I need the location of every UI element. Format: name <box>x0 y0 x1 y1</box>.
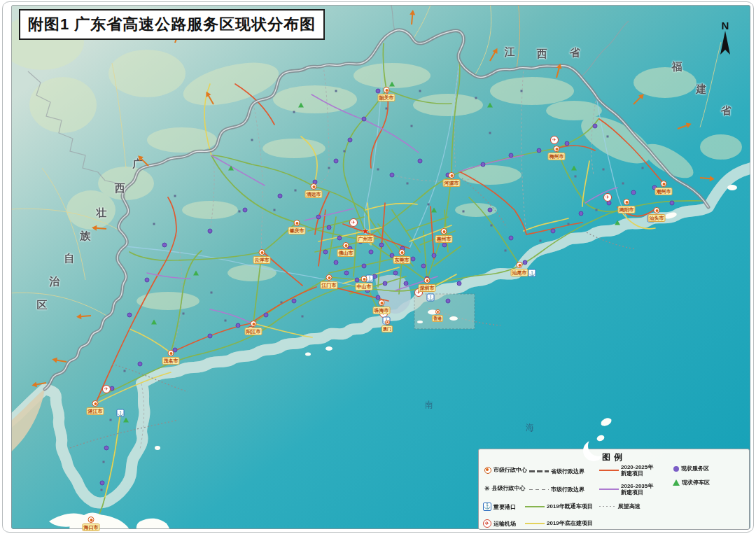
service-area-dot <box>579 211 584 216</box>
parking-area-triangle <box>193 271 199 276</box>
city-marker: 梅州市 <box>548 146 566 160</box>
service-area-dot <box>334 260 339 265</box>
service-area-dot <box>100 481 105 486</box>
city-capital: ★广州市 <box>357 228 374 243</box>
city-marker: 东莞市 <box>393 249 411 264</box>
service-area-dot <box>292 299 297 304</box>
city-center-icon <box>168 350 174 356</box>
city-center-icon <box>385 320 390 325</box>
service-area-dot <box>323 250 328 255</box>
county-marker <box>110 419 112 421</box>
service-area-icon <box>673 466 679 472</box>
boundary-arrow <box>678 125 688 129</box>
county-marker <box>251 139 253 141</box>
city-center-icon <box>554 146 560 152</box>
boundary-arrow <box>56 359 66 363</box>
city-center-icon <box>654 207 660 213</box>
legend-item-airport: ✈ 运输机场 <box>483 519 516 528</box>
service-area-dot <box>264 313 269 318</box>
city-label: 阳江市 <box>245 328 262 335</box>
city-label: 清远市 <box>305 190 323 198</box>
county-marker <box>411 125 413 127</box>
city-marker: 湛江市 <box>87 400 104 415</box>
city-label: 佛山市 <box>337 249 355 257</box>
north-label: N <box>715 21 735 31</box>
boundary-arrow <box>556 67 560 78</box>
service-area-dot <box>383 281 388 286</box>
boundary-arrow <box>489 52 496 62</box>
county-marker <box>281 302 283 304</box>
boundary-arrow <box>411 14 413 24</box>
county-marker <box>642 167 644 169</box>
service-area-dot <box>327 225 332 230</box>
service-area-dot <box>104 446 109 451</box>
service-area-dot <box>379 243 384 248</box>
county-marker <box>293 111 295 113</box>
province-label-char: 区 <box>37 299 48 312</box>
parking-area-triangle <box>228 166 234 171</box>
service-area-dot <box>418 159 423 164</box>
city-marker: 中山市 <box>356 276 373 290</box>
service-area-dot <box>481 162 486 167</box>
service-area-dot <box>421 264 426 269</box>
boundary-arrow <box>633 97 641 105</box>
service-area-dot <box>631 190 636 195</box>
county-marker <box>302 316 304 318</box>
service-area-dot <box>127 313 132 318</box>
city-boundary-swatch <box>529 489 549 491</box>
boundary-arrow <box>36 382 46 386</box>
city-marker: 云浮市 <box>253 249 271 264</box>
city-center-icon <box>484 467 491 474</box>
parking-area-triangle <box>615 220 620 225</box>
county-marker <box>274 209 276 211</box>
service-area-dot <box>390 173 395 178</box>
city-marker: 珠海市 <box>373 300 391 314</box>
parking-area-triangle <box>571 166 577 171</box>
crescent-decoration <box>588 435 609 456</box>
city-center-icon <box>624 199 630 205</box>
county-marker <box>295 190 297 192</box>
city-label: 江门市 <box>321 281 338 289</box>
under-construction-2019-swatch <box>525 523 545 524</box>
city-marker: 揭阳市 <box>618 199 636 213</box>
service-area-dot <box>208 229 213 234</box>
county-marker <box>540 240 542 242</box>
city-marker: 韶关市 <box>378 87 396 101</box>
legend-title: 图例 <box>479 451 749 463</box>
legend-item-parking-area: 现状停车区 <box>673 479 710 486</box>
province-label-char: 省 <box>721 104 732 118</box>
province-label-char: 治 <box>50 275 60 288</box>
city-center-icon: ★ <box>362 228 369 234</box>
service-area-dot <box>457 281 462 286</box>
city-marker: 潮州市 <box>655 181 673 195</box>
legend-item-port: ⚓ 重要港口 <box>483 503 516 511</box>
legend-item-service-area: 现状服务区 <box>673 465 709 472</box>
port-marker: ⚓ <box>528 269 536 277</box>
county-marker <box>103 461 105 463</box>
city-center-icon <box>92 400 99 407</box>
new-2026-2035-swatch <box>599 489 619 490</box>
prospective-swatch <box>599 506 616 507</box>
service-area-dot <box>509 153 514 158</box>
city-marker: 佛山市 <box>337 242 355 257</box>
boundary-arrow <box>700 177 710 179</box>
port-marker: ⚓ <box>117 409 125 417</box>
service-area-dot <box>348 138 353 143</box>
city-center-icon <box>326 274 332 281</box>
county-marker <box>475 97 477 99</box>
city-center-icon <box>361 276 368 282</box>
opened-2019-swatch <box>525 506 545 507</box>
city-marker: 汕头市 <box>648 207 666 222</box>
province-label-char: 自 <box>64 252 75 265</box>
county-marker <box>596 209 598 211</box>
county-marker <box>124 370 126 372</box>
parking-area-triangle <box>487 103 493 108</box>
city-center-icon <box>251 321 257 327</box>
city-marker: 江门市 <box>321 274 338 289</box>
legend-item-new-2026-2035: 2026-2035年 新建项目 <box>599 483 653 496</box>
airport-marker: ✈ <box>102 385 111 393</box>
province-label-char: 省 <box>570 46 580 59</box>
county-marker <box>225 320 227 322</box>
city-label: 汕头市 <box>648 214 666 222</box>
city-label: 广州市 <box>357 235 374 243</box>
